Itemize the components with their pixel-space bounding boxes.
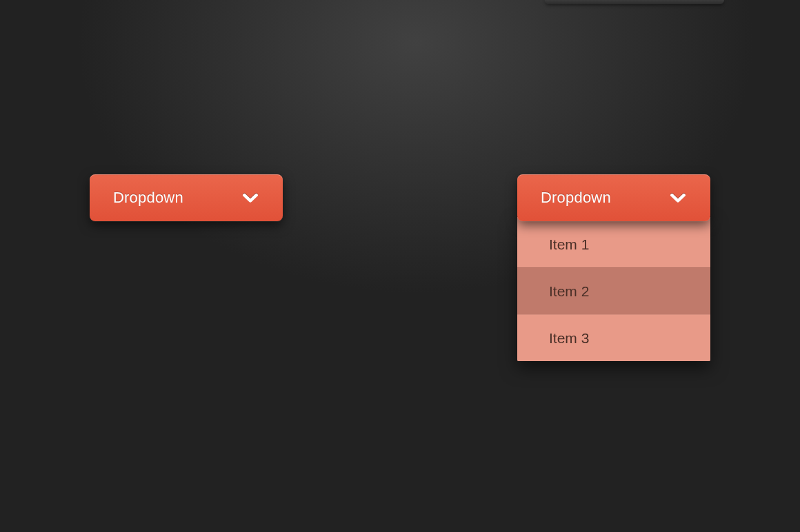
chevron-down-icon <box>241 189 259 207</box>
page-top-accent <box>545 0 724 4</box>
dropdown-list: Item 1 Item 2 Item 3 <box>517 217 710 361</box>
dropdown-button[interactable]: Dropdown <box>517 174 710 221</box>
dropdown-button[interactable]: Dropdown <box>90 174 283 221</box>
dropdown-closed: Dropdown <box>90 174 283 221</box>
dropdown-item[interactable]: Item 3 <box>517 314 710 361</box>
dropdown-open: Dropdown Item 1 Item 2 Item 3 <box>517 174 710 361</box>
dropdown-item[interactable]: Item 2 <box>517 267 710 314</box>
dropdown-label: Dropdown <box>541 189 611 207</box>
dropdown-label: Dropdown <box>113 189 183 207</box>
chevron-down-icon <box>669 189 687 207</box>
dropdown-item[interactable]: Item 1 <box>517 217 710 267</box>
